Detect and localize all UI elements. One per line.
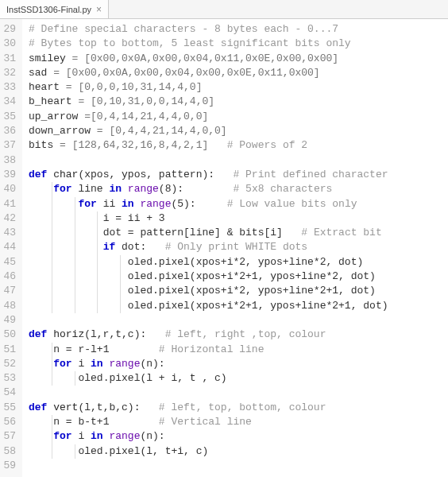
indent-guide <box>97 226 98 240</box>
indent-guide <box>75 226 75 240</box>
code-line[interactable] <box>29 153 442 168</box>
file-tab[interactable]: InstSSD1306-Final.py × <box>0 0 109 18</box>
indent-guide <box>75 211 75 226</box>
line-number: 44 <box>3 240 16 254</box>
indent-guide <box>52 270 52 284</box>
code-line[interactable]: down_arrow = [0,4,4,21,14,4,0,0] <box>29 124 442 138</box>
code-line[interactable]: for i in range(n): <box>29 357 442 371</box>
code-line[interactable]: for ii in range(5): # Low value bits onl… <box>29 197 442 211</box>
tab-bar: InstSSD1306-Final.py × <box>0 0 448 19</box>
line-number: 47 <box>3 284 16 298</box>
line-number: 58 <box>3 444 16 459</box>
code-line[interactable]: oled.pixel(xpos+i*2, ypos+line*2, dot) <box>29 255 442 270</box>
line-number: 41 <box>3 197 16 211</box>
line-number: 46 <box>3 270 16 284</box>
code-line[interactable]: def vert(l,t,b,c): # left, top, bottom, … <box>29 401 442 415</box>
code-line[interactable]: up_arrow =[0,4,14,21,4,4,0,0] <box>29 110 442 124</box>
code-editor[interactable]: 2930313233343536373839404142434445464748… <box>0 19 448 477</box>
line-number: 31 <box>3 52 16 66</box>
line-number: 36 <box>3 124 16 138</box>
code-line[interactable]: # Bytes top to bottom, 5 least significa… <box>29 37 442 51</box>
indent-guide <box>52 284 52 298</box>
code-line[interactable]: oled.pixel(xpos+i*2+1, ypos+line*2, dot) <box>29 270 442 284</box>
line-number: 48 <box>3 299 16 313</box>
indent-guide <box>52 343 52 357</box>
indent-guide <box>52 255 52 270</box>
line-number: 43 <box>3 226 16 240</box>
indent-guide <box>52 444 52 459</box>
line-number: 52 <box>3 357 16 371</box>
code-line[interactable]: b_heart = [0,10,31,0,0,14,4,0] <box>29 95 442 109</box>
code-line[interactable]: sad = [0x00,0x0A,0x00,0x04,0x00,0x0E,0x1… <box>29 66 442 80</box>
line-number-gutter: 2930313233343536373839404142434445464748… <box>0 19 22 477</box>
indent-guide <box>52 197 52 211</box>
line-number: 55 <box>3 401 16 415</box>
code-line[interactable]: for line in range(8): # 5x8 characters <box>29 182 442 196</box>
line-number: 57 <box>3 429 16 444</box>
indent-guide <box>75 284 75 298</box>
code-line[interactable]: def char(xpos, ypos, pattern): # Print d… <box>29 168 442 182</box>
line-number: 50 <box>3 328 16 342</box>
indent-guide <box>52 299 52 313</box>
line-number: 37 <box>3 138 16 153</box>
indent-guide <box>52 240 52 254</box>
indent-guide <box>97 299 98 313</box>
line-number: 54 <box>3 386 16 400</box>
indent-guide <box>97 240 98 254</box>
indent-guide <box>75 270 75 284</box>
code-line[interactable]: n = r-l+1 # Horizontal line <box>29 343 442 357</box>
indent-guide <box>52 371 52 386</box>
code-line[interactable]: oled.pixel(l + i, t , c) <box>29 371 442 386</box>
line-number: 53 <box>3 371 16 386</box>
code-line[interactable]: dot = pattern[line] & bits[i] # Extract … <box>29 226 442 240</box>
code-line[interactable]: oled.pixel(xpos+i*2, ypos+line*2+1, dot) <box>29 284 442 298</box>
code-line[interactable] <box>29 459 442 473</box>
code-line[interactable] <box>29 386 442 400</box>
indent-guide <box>52 182 52 196</box>
code-line[interactable]: n = b-t+1 # Vertical line <box>29 415 442 429</box>
line-number: 59 <box>3 459 16 473</box>
indent-guide <box>75 299 75 313</box>
code-line[interactable]: heart = [0,0,0,10,31,14,4,0] <box>29 80 442 95</box>
line-number: 39 <box>3 168 16 182</box>
indent-guide <box>120 284 121 298</box>
indent-guide <box>75 371 75 386</box>
indent-guide <box>120 270 121 284</box>
code-line[interactable]: if dot: # Only print WHITE dots <box>29 240 442 254</box>
line-number: 33 <box>3 80 16 95</box>
indent-guide <box>52 211 52 226</box>
line-number: 56 <box>3 415 16 429</box>
indent-guide <box>75 255 75 270</box>
indent-guide <box>120 255 121 270</box>
line-number: 35 <box>3 110 16 124</box>
line-number: 38 <box>3 153 16 168</box>
code-line[interactable]: bits = [128,64,32,16,8,4,2,1] # Powers o… <box>29 138 442 153</box>
indent-guide <box>75 240 75 254</box>
line-number: 30 <box>3 37 16 51</box>
code-line[interactable]: for i in range(n): <box>29 429 442 444</box>
code-line[interactable]: i = ii + 3 <box>29 211 442 226</box>
line-number: 45 <box>3 255 16 270</box>
code-line[interactable]: oled.pixel(xpos+i*2+1, ypos+line*2+1, do… <box>29 299 442 313</box>
indent-guide <box>52 429 52 444</box>
line-number: 34 <box>3 95 16 109</box>
code-area[interactable]: # Define special characters - 8 bytes ea… <box>22 19 448 477</box>
close-icon[interactable]: × <box>96 4 102 15</box>
indent-guide <box>97 270 98 284</box>
line-number: 49 <box>3 313 16 328</box>
line-number: 32 <box>3 66 16 80</box>
indent-guide <box>75 197 75 211</box>
code-line[interactable] <box>29 313 442 328</box>
code-line[interactable]: def horiz(l,r,t,c): # left, right ,top, … <box>29 328 442 342</box>
indent-guide <box>52 415 52 429</box>
indent-guide <box>75 444 75 459</box>
tab-filename: InstSSD1306-Final.py <box>6 5 91 14</box>
code-line[interactable]: # Define special characters - 8 bytes ea… <box>29 22 442 37</box>
code-line[interactable]: oled.pixel(l, t+i, c) <box>29 444 442 459</box>
indent-guide <box>120 299 121 313</box>
line-number: 42 <box>3 211 16 226</box>
code-line[interactable]: smiley = [0x00,0x0A,0x00,0x04,0x11,0x0E,… <box>29 52 442 66</box>
indent-guide <box>97 284 98 298</box>
line-number: 29 <box>3 22 16 37</box>
indent-guide <box>97 211 98 226</box>
